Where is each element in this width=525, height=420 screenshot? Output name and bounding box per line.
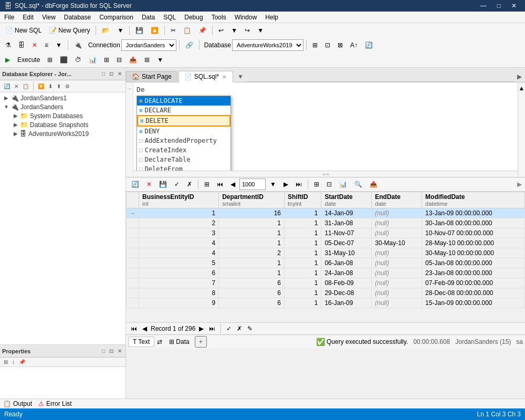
nav-last-btn[interactable]: ⏭: [207, 324, 217, 333]
tree-item-db-snapshots[interactable]: ▶ 📁 Database Snapshots: [1, 120, 124, 129]
undo-button[interactable]: ↩: [215, 25, 227, 36]
save-button[interactable]: 💾: [132, 25, 146, 36]
minimize-button[interactable]: —: [476, 1, 491, 10]
nav-prev-btn[interactable]: ◀: [141, 324, 149, 333]
results-post-btn[interactable]: 💾: [156, 179, 170, 190]
menu-help[interactable]: Help: [261, 12, 282, 23]
tree-item-jordansanders[interactable]: ▼ 🔌 JordanSanders: [1, 102, 124, 111]
results-next-btn[interactable]: ▶: [280, 179, 291, 190]
tree-item-jordansanders1[interactable]: ▶ 🔌 JordanSanders1: [1, 93, 124, 102]
refresh-tree-button[interactable]: 🔄: [2, 83, 12, 90]
panel-pin-button[interactable]: □: [100, 70, 107, 77]
format-button[interactable]: ≡: [41, 40, 51, 50]
refresh-button[interactable]: 🔄: [362, 40, 376, 50]
results-scroll[interactable]: BusinessEntityID int DepartmentID smalin…: [126, 192, 525, 322]
results-prev-btn[interactable]: ◀: [227, 179, 238, 190]
tab-start-page[interactable]: 🏠 Start Page: [126, 71, 177, 82]
menu-view[interactable]: View: [38, 12, 60, 23]
nav-edit-btn[interactable]: ✎: [246, 324, 254, 333]
connect2-button[interactable]: 🔗: [182, 40, 196, 50]
copy-tree-button[interactable]: 📋: [21, 83, 30, 90]
prop-float-button[interactable]: ⊡: [108, 348, 115, 354]
redo-dropdown[interactable]: ▼: [254, 25, 267, 36]
format-dropdown[interactable]: ▼: [52, 40, 65, 50]
btn-a4[interactable]: A↑: [347, 40, 361, 50]
results-cancel-btn[interactable]: ✕: [143, 179, 155, 190]
results-x-btn[interactable]: ✗: [184, 179, 195, 190]
profile-button[interactable]: 📊: [86, 55, 100, 65]
cut-button[interactable]: ✂: [167, 25, 179, 36]
th-shiftid[interactable]: ShiftID tnyint: [285, 192, 321, 208]
export-button[interactable]: 📤: [126, 55, 140, 65]
results-grid-btn[interactable]: ⊞: [201, 179, 213, 190]
tree-item-system-dbs[interactable]: ▶ 📁 System Databases: [1, 111, 124, 120]
nav-check-btn[interactable]: ✓: [225, 324, 233, 333]
panel-float-button[interactable]: ⊡: [108, 70, 115, 77]
connection-dropdown[interactable]: JordanSanders: [121, 39, 176, 51]
results-last-btn[interactable]: ⏭: [292, 179, 305, 190]
swap-btn[interactable]: ⇄: [155, 338, 164, 346]
th-modifieddate[interactable]: ModifiedDate datetime: [422, 192, 525, 208]
btn-a1[interactable]: ⊞: [309, 40, 321, 50]
expand-button[interactable]: ⬇: [47, 83, 54, 90]
nav-next-btn[interactable]: ▶: [197, 324, 205, 333]
undo-dropdown[interactable]: ▼: [228, 25, 240, 36]
output-label[interactable]: Output: [13, 400, 32, 407]
tree-item-adventureworks[interactable]: ▶ 🗄 AdventureWorks2019: [1, 129, 124, 138]
open-button[interactable]: 📂: [99, 25, 113, 36]
prop-close-button[interactable]: ✕: [116, 348, 123, 354]
th-departmentid[interactable]: DepartmentID smalint: [219, 192, 285, 208]
btn-a3[interactable]: ⊠: [334, 40, 346, 50]
editor-right-scroll[interactable]: ▲: [518, 82, 525, 177]
menu-tools[interactable]: Tools: [207, 12, 230, 23]
add-tab-button[interactable]: +: [195, 336, 207, 348]
tab-sql[interactable]: 📄 SQL.sql* ✕: [178, 71, 233, 82]
results-first-btn[interactable]: ⏮: [214, 179, 226, 190]
ac-item-declare[interactable]: ≡ DECLARE: [137, 106, 230, 115]
exec-more-btn[interactable]: ⊞: [44, 55, 56, 65]
ac-item-addextended[interactable]: □ AddExtendedProperty: [137, 136, 230, 145]
editor-scroll-up[interactable]: ▲: [518, 82, 525, 92]
editor-hscroll[interactable]: ⟺: [133, 171, 518, 177]
th-enddate[interactable]: EndDate date: [372, 192, 422, 208]
prop-btn-2[interactable]: ↕: [10, 359, 16, 365]
ac-item-delete[interactable]: ≡ DELETE: [137, 115, 230, 127]
execute-button[interactable]: Execute: [14, 55, 43, 65]
menu-comparison[interactable]: Comparison: [95, 12, 138, 23]
close-button[interactable]: ✕: [507, 1, 521, 10]
more-button[interactable]: ▼: [154, 55, 166, 65]
results-filter-btn[interactable]: 🔍: [351, 179, 365, 190]
stop-exec-button[interactable]: ⬛: [57, 55, 71, 65]
results-view-btn[interactable]: ⊞: [311, 179, 322, 190]
tab-add-btn[interactable]: ▼: [234, 71, 247, 82]
editor-content[interactable]: De ≡ DEALLOCATE ≡ DECLARE ≡ DELETE: [126, 82, 525, 177]
menu-debug[interactable]: Debug: [180, 12, 207, 23]
autocomplete-dropdown[interactable]: ≡ DEALLOCATE ≡ DECLARE ≡ DELETE ≡ DENY: [136, 96, 231, 174]
new-query-button[interactable]: 📝 New Query: [46, 25, 93, 36]
timer-button[interactable]: ⏱: [72, 55, 85, 65]
ac-item-deallocate[interactable]: ≡ DEALLOCATE: [137, 96, 230, 106]
tab-data[interactable]: ⊞ Data: [165, 337, 193, 346]
beaker-button[interactable]: ⚗: [2, 40, 14, 50]
results-export-btn[interactable]: 📤: [366, 179, 381, 190]
stop-button[interactable]: ✕: [29, 40, 40, 50]
tab-scroll-right[interactable]: ▶: [514, 71, 525, 82]
results-check-btn[interactable]: ✓: [171, 179, 183, 190]
btn-a2[interactable]: ⊡: [322, 40, 333, 50]
redo-button[interactable]: ↪: [242, 25, 253, 36]
menu-edit[interactable]: Edit: [18, 12, 38, 23]
th-businessentityid[interactable]: BusinessEntityID int: [139, 192, 219, 208]
tab-text[interactable]: T Text: [128, 337, 154, 347]
panel-btns[interactable]: □ ⊡ ✕: [100, 70, 123, 77]
new-sql-button[interactable]: 📄 New SQL: [2, 25, 45, 36]
menu-sql[interactable]: SQL: [159, 12, 180, 23]
copy-button[interactable]: 📋: [180, 25, 194, 36]
prop-panel-btns[interactable]: □ ⊡ ✕: [100, 348, 123, 354]
schema-button[interactable]: ⊞: [141, 55, 153, 65]
error-list-label[interactable]: Error List: [46, 400, 72, 407]
ac-item-declaretable[interactable]: □ DeclareTable: [137, 155, 230, 164]
ac-item-deny[interactable]: ≡ DENY: [137, 127, 230, 136]
menu-data[interactable]: Data: [138, 12, 159, 23]
prop-btn-1[interactable]: ⊞: [2, 359, 9, 365]
database-dropdown[interactable]: AdventureWorks2019: [232, 39, 303, 51]
